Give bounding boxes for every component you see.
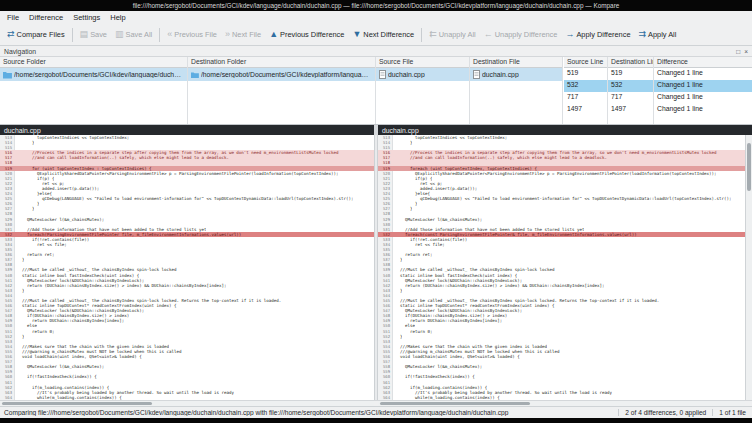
code-text: QMutexLocker l(&m_chainsMutex); [15,217,104,222]
code-text: ret << file; [393,242,445,247]
destination-folder-item[interactable]: /home/sergobot/Documents/GCI/kdevplatfor… [188,68,375,81]
save-icon: ▤ [80,30,89,39]
code-text: qCDebug(LANGUAGE) << "Failed to load env… [393,196,732,201]
file-icon [473,70,480,79]
code-text: void loadChain(uint index, QSet<uint>& l… [393,354,520,359]
destination-line-header[interactable]: Destination Line [608,57,653,68]
code-line: 525 qCDebug(LANGUAGE) << "Failed to load… [0,196,374,201]
kompare-window: file:///home/sergobot/Documents/GCI/kdev… [0,0,752,423]
next-difference-button[interactable]: ▼Next Difference [348,28,418,41]
menu-item-settings[interactable]: Settings [68,13,105,22]
horizontal-scrollbar-right[interactable] [378,401,745,406]
dock-close-icon[interactable]: × [744,48,748,55]
toolbar-button-label: Next File [232,30,261,39]
code-text: if(!fastIndexCheck(index)) { [15,374,97,379]
compare-files-icon: ⇄ [7,30,15,39]
diff-row-destination-line[interactable]: 1497 [608,104,653,116]
code-text: return (DUChain::chainsByIndex.size() > … [15,283,226,288]
diff-row-difference[interactable]: Changed 1 line [654,104,752,116]
horizontal-scrollbar-left[interactable] [0,401,374,406]
menu-bar: FileDifferenceSettingsHelp [0,11,752,24]
code-text: QMutexLocker l(&m_chainsMutex); [393,364,482,369]
destination-folder-header[interactable]: Destination Folder [188,57,375,68]
toolbar-separator [72,28,73,42]
source-file-name: duchain.cpp [388,71,425,78]
files-table: Source File duchain.cpp Destination File… [376,57,564,124]
diff-row-difference[interactable]: Changed 1 line [654,92,752,104]
next-difference-icon: ▼ [352,30,361,39]
code-line: 525 qCDebug(LANGUAGE) << "Failed to load… [378,196,745,201]
toolbar-button-label: Apply All [648,30,676,39]
apply-all-button[interactable]: ⇉Apply All [635,28,681,41]
next-file-icon: » [225,30,230,39]
source-folder-header[interactable]: Source Folder [0,57,187,68]
menu-item-difference[interactable]: Difference [24,13,68,22]
compare-files-button[interactable]: ⇄Compare Files [3,28,69,41]
save-all-button: ▥Save All [111,28,156,41]
screen-edge [0,418,752,423]
code-text: //and can call loadInformation(..) safel… [15,155,229,160]
toolbar-button-label: Compare Files [17,30,65,39]
toolbar-button-label: Unapply Difference [495,30,558,39]
code-line: 520 QExplicitlySharedDataPointer<Parsing… [0,171,374,176]
code-text: QExplicitlySharedDataPointer<ParsingEnvi… [15,171,339,176]
vertical-scrollbar-thumb[interactable] [747,143,751,191]
horizontal-scrollbar-right-thumb[interactable] [380,402,530,405]
diff-row-source-line[interactable]: 532 [564,80,607,92]
folder-icon [3,71,12,79]
horizontal-scrollbar-left-thumb[interactable] [2,402,152,405]
destination-folder-path: /home/sergobot/Documents/GCI/kdevplatfor… [201,71,372,78]
navigation-dock-titlebar: Navigation □ × [0,46,752,57]
code-text: } [393,140,412,145]
code-text: //and can call loadInformation(..) safel… [393,155,607,160]
code-text: QExplicitlySharedDataPointer<ParsingEnvi… [393,171,717,176]
next-file-button: »Next File [221,28,265,41]
previous-file-button: «Previous File [163,28,221,41]
code-text: return (DUChain::chainsByIndex.size() > … [393,283,604,288]
source-pane-title: duchain.cpp [0,125,374,135]
destination-file-item[interactable]: duchain.cpp [470,68,562,81]
unapply-difference-button: ←Unapply Difference [480,28,562,41]
toolbar-button-label: Unapply All [439,30,476,39]
source-file-header[interactable]: Source File [376,57,469,68]
previous-difference-icon: ▲ [269,30,278,39]
diff-row-destination-line[interactable]: 519 [608,68,653,80]
source-file-item[interactable]: duchain.cpp [376,68,469,81]
source-folder-item[interactable]: /home/sergobot/Documents/GCI/kdev/langua… [0,68,187,81]
menu-item-help[interactable]: Help [105,13,130,22]
apply-difference-icon: → [565,30,574,39]
difference-header[interactable]: Difference [654,57,752,68]
unapply-all-icon: ⇇ [429,30,437,39]
apply-difference-button[interactable]: →Apply Difference [561,28,634,41]
diff-row-source-line[interactable]: 717 [564,92,607,104]
diff-row-source-line[interactable]: 519 [564,68,607,80]
menu-item-file[interactable]: File [2,13,24,22]
status-message: Comparing file:///home/sergobot/Document… [0,409,618,416]
status-differences: 2 of 4 differences, 0 applied [618,409,712,416]
diff-row-difference[interactable]: Changed 1 line [654,80,752,92]
code-text: void loadChain(uint index, QSet<uint>& l… [15,354,142,359]
dock-float-icon[interactable]: □ [736,48,740,55]
vertical-scrollbar[interactable] [745,135,752,400]
file-icon [379,70,386,79]
window-title: file:///home/sergobot/Documents/GCI/kdev… [133,2,620,9]
diff-row-destination-line[interactable]: 532 [608,80,653,92]
code-text: if(!fastIndexCheck(index)) { [393,374,475,379]
code-line: 520 QExplicitlySharedDataPointer<Parsing… [378,171,745,176]
navigation-panel: Source Folder /home/sergobot/Documents/G… [0,57,752,125]
differences-table: Source Line 5195327171497 Destination Li… [564,57,752,124]
folders-table: Source Folder /home/sergobot/Documents/G… [0,57,376,124]
diff-row-destination-line[interactable]: 717 [608,92,653,104]
toolbar-button-label: Save [90,30,107,39]
code-text: } [393,206,412,211]
window-titlebar: file:///home/sergobot/Documents/GCI/kdev… [0,0,752,11]
diff-row-source-line[interactable]: 1497 [564,104,607,116]
diff-row-difference[interactable]: Changed 1 line [654,68,752,80]
toolbar-button-label: Previous File [174,30,217,39]
toolbar-button-label: Next Difference [363,30,414,39]
toolbar-button-label: Previous Difference [280,30,344,39]
destination-file-header[interactable]: Destination File [470,57,562,68]
source-line-header[interactable]: Source Line [564,57,607,68]
previous-difference-button[interactable]: ▲Previous Difference [265,28,348,41]
code-text: QMutexLocker l(&m_chainsMutex); [393,217,482,222]
